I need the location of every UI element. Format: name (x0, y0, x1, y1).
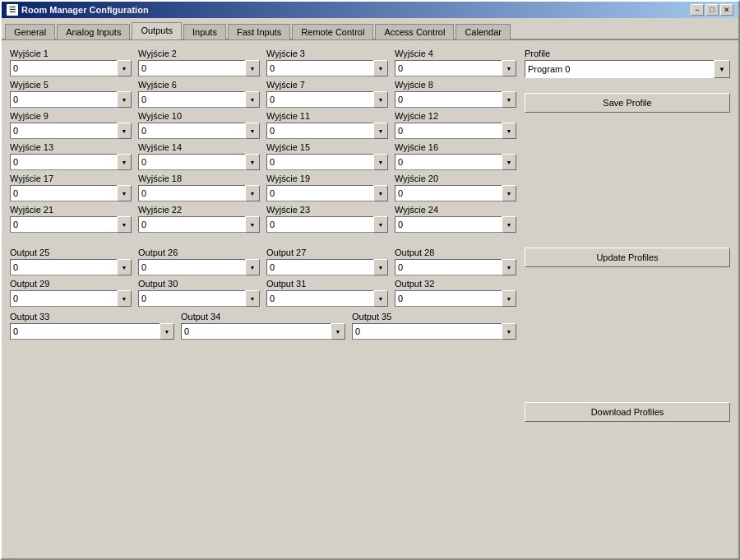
tab-access-control[interactable]: Access Control (375, 24, 454, 39)
tab-analog-inputs[interactable]: Analog Inputs (57, 24, 130, 39)
minimize-button[interactable]: − (691, 4, 704, 16)
output-select-21[interactable]: 0 (10, 216, 132, 233)
output-select-12[interactable]: 0 (395, 123, 516, 139)
output-select-26[interactable]: 0 (138, 259, 260, 275)
output-select-31[interactable]: 0 (266, 290, 388, 307)
output-group-9: Wyjście 90▼ (10, 111, 132, 139)
output-group-35: Output 350▼ (352, 312, 516, 340)
profile-select[interactable]: Program 0 Program 1 Program 2 (525, 60, 730, 78)
output-select-7[interactable]: 0 (266, 91, 388, 108)
output-select-22[interactable]: 0 (138, 216, 260, 233)
output-select-29[interactable]: 0 (10, 290, 132, 307)
output-label-11: Wyjście 11 (266, 111, 388, 121)
output-group-33: Output 330▼ (10, 312, 174, 340)
output-select-20[interactable]: 0 (395, 185, 516, 201)
output-select-wrapper-1: 0▼ (10, 60, 132, 76)
output-label-3: Wyjście 3 (266, 49, 388, 58)
close-button[interactable]: ✕ (720, 4, 733, 16)
output-select-wrapper-19: 0▼ (266, 185, 388, 201)
title-bar-left: ☰ Room Manager Configuration (7, 4, 149, 16)
output-select-15[interactable]: 0 (266, 154, 388, 170)
output-group-2: Wyjście 20▼ (138, 49, 260, 76)
maximize-button[interactable]: □ (705, 4, 719, 16)
output-label-18: Wyjście 18 (138, 174, 260, 183)
output-select-33[interactable]: 0 (10, 323, 174, 340)
update-profiles-button[interactable]: Update Profiles (525, 248, 730, 267)
output-label-8: Wyjście 8 (395, 80, 516, 90)
output-select-23[interactable]: 0 (266, 216, 388, 233)
output-select-17[interactable]: 0 (10, 185, 132, 201)
output-select-wrapper-33: 0▼ (10, 323, 174, 340)
output-select-2[interactable]: 0 (138, 60, 260, 76)
output-select-wrapper-12: 0▼ (395, 123, 516, 139)
output-label-19: Wyjście 19 (266, 174, 388, 183)
output-select-9[interactable]: 0 (10, 123, 132, 139)
output-select-wrapper-32: 0▼ (395, 290, 516, 307)
output-select-35[interactable]: 0 (352, 323, 516, 340)
output-label-1: Wyjście 1 (10, 49, 132, 58)
output-group-12: Wyjście 120▼ (395, 111, 516, 139)
output-group-30: Output 300▼ (138, 279, 260, 307)
tab-calendar[interactable]: Calendar (456, 24, 511, 39)
output-select-wrapper-11: 0▼ (266, 123, 388, 139)
tab-general[interactable]: General (5, 24, 55, 39)
output-group-5: Wyjście 50▼ (10, 80, 132, 108)
output-select-28[interactable]: 0 (395, 259, 516, 275)
output-group-8: Wyjście 80▼ (395, 80, 516, 108)
output-label-21: Wyjście 21 (10, 205, 132, 215)
output-label-34: Output 34 (181, 312, 345, 322)
output-select-8[interactable]: 0 (395, 91, 516, 108)
download-profiles-button[interactable]: Download Profiles (525, 402, 730, 422)
output-select-6[interactable]: 0 (138, 91, 260, 108)
output-label-9: Wyjście 9 (10, 111, 132, 121)
output-select-wrapper-27: 0▼ (266, 259, 388, 275)
output-label-22: Wyjście 22 (138, 205, 260, 215)
output-select-13[interactable]: 0 (10, 154, 132, 170)
output-select-4[interactable]: 0 (395, 60, 516, 76)
output-group-26: Output 260▼ (138, 248, 260, 275)
right-panel: Profile Program 0 Program 1 Program 2 ▼ … (525, 49, 730, 550)
output-group-28: Output 280▼ (395, 248, 516, 275)
output-select-14[interactable]: 0 (138, 154, 260, 170)
output-select-wrapper-23: 0▼ (266, 216, 388, 233)
output-select-27[interactable]: 0 (266, 259, 388, 275)
output-group-20: Wyjście 200▼ (395, 174, 516, 201)
tab-remote-control[interactable]: Remote Control (292, 24, 373, 39)
tab-inputs[interactable]: Inputs (183, 24, 226, 39)
output-select-34[interactable]: 0 (181, 323, 345, 340)
output-label-26: Output 26 (138, 248, 260, 257)
output-group-31: Output 310▼ (266, 279, 388, 307)
output-label-2: Wyjście 2 (138, 49, 260, 58)
output-select-32[interactable]: 0 (395, 290, 516, 307)
tab-outputs[interactable]: Outputs (132, 22, 182, 39)
output-select-10[interactable]: 0 (138, 123, 260, 139)
tabs-bar: General Analog Inputs Outputs Inputs Fas… (2, 18, 738, 40)
output-label-32: Output 32 (395, 279, 516, 289)
output-select-18[interactable]: 0 (138, 185, 260, 201)
save-profile-button[interactable]: Save Profile (525, 93, 730, 113)
output-select-30[interactable]: 0 (138, 290, 260, 307)
output-select-3[interactable]: 0 (266, 60, 388, 76)
output-select-1[interactable]: 0 (10, 60, 132, 76)
output-label-23: Wyjście 23 (266, 205, 388, 215)
output-label-25: Output 25 (10, 248, 132, 257)
left-panel: Wyjście 10▼Wyjście 20▼Wyjście 30▼Wyjście… (10, 49, 516, 550)
output-group-25: Output 250▼ (10, 248, 132, 275)
output-select-wrapper-29: 0▼ (10, 290, 132, 307)
output-select-wrapper-6: 0▼ (138, 91, 260, 108)
output-select-wrapper-30: 0▼ (138, 290, 260, 307)
output-select-25[interactable]: 0 (10, 259, 132, 275)
output-select-wrapper-7: 0▼ (266, 91, 388, 108)
content-area: Wyjście 10▼Wyjście 20▼Wyjście 30▼Wyjście… (2, 40, 738, 558)
output-select-wrapper-9: 0▼ (10, 123, 132, 139)
output-select-11[interactable]: 0 (266, 123, 388, 139)
output-select-5[interactable]: 0 (10, 91, 132, 108)
output-select-19[interactable]: 0 (266, 185, 388, 201)
output-select-wrapper-5: 0▼ (10, 91, 132, 108)
output-select-wrapper-3: 0▼ (266, 60, 388, 76)
tab-fast-inputs[interactable]: Fast Inputs (228, 24, 290, 39)
polish-outputs-grid: Wyjście 10▼Wyjście 20▼Wyjście 30▼Wyjście… (10, 49, 516, 233)
output-select-24[interactable]: 0 (395, 216, 516, 233)
output-select-16[interactable]: 0 (395, 154, 516, 170)
output-group-23: Wyjście 230▼ (266, 205, 388, 233)
